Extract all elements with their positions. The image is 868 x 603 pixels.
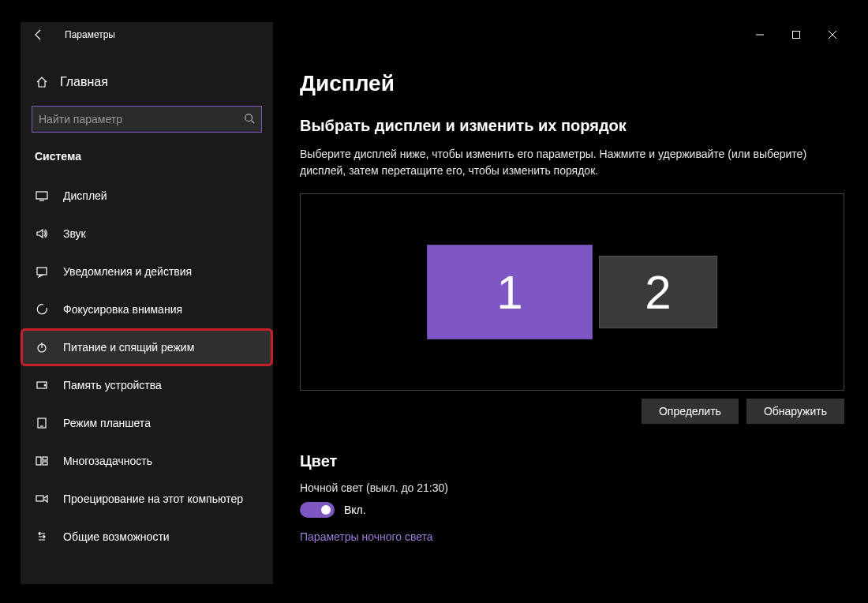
sidebar-item-label: Проецирование на этот компьютер <box>63 493 243 505</box>
sidebar-item-project[interactable]: Проецирование на этот компьютер <box>21 480 273 518</box>
nav-list: Дисплей Звук Уведомления и действия Фоку… <box>21 177 273 584</box>
svg-rect-17 <box>43 462 47 465</box>
sidebar-item-display[interactable]: Дисплей <box>21 177 273 215</box>
project-icon <box>35 493 49 505</box>
sidebar-item-tablet[interactable]: Режим планшета <box>21 404 273 442</box>
svg-rect-16 <box>43 457 47 460</box>
sidebar: Главная Система Дисплей Звук Уведомления… <box>21 22 273 584</box>
search-box[interactable] <box>32 106 262 133</box>
window-controls <box>742 22 851 47</box>
sidebar-item-label: Режим планшета <box>63 417 151 429</box>
sidebar-item-focus[interactable]: Фокусировка внимания <box>21 290 273 328</box>
sidebar-item-power[interactable]: Питание и спящий режим <box>21 328 273 366</box>
detect-button[interactable]: Обнаружить <box>746 399 844 424</box>
toggle-knob <box>321 505 331 515</box>
identify-button[interactable]: Определить <box>642 399 739 424</box>
sidebar-item-multitask[interactable]: Многозадачность <box>21 442 273 480</box>
titlebar: Параметры <box>21 22 851 47</box>
display-icon <box>35 189 49 202</box>
section-arrange-title: Выбрать дисплеи и изменить их порядок <box>300 117 824 135</box>
maximize-button[interactable] <box>778 22 814 47</box>
sidebar-item-shared[interactable]: Общие возможности <box>21 518 273 556</box>
search-icon <box>244 113 255 126</box>
home-icon <box>35 76 49 88</box>
multitask-icon <box>35 455 49 467</box>
focus-icon <box>35 303 49 316</box>
sidebar-item-storage[interactable]: Память устройства <box>21 366 273 404</box>
minimize-button[interactable] <box>742 22 778 47</box>
home-label: Главная <box>60 75 108 89</box>
sidebar-item-sound[interactable]: Звук <box>21 215 273 253</box>
svg-line-5 <box>252 120 255 123</box>
search-input[interactable] <box>39 113 244 125</box>
monitor-label: 1 <box>496 265 522 320</box>
storage-icon <box>35 379 49 391</box>
content-area: Дисплей Выбрать дисплеи и изменить их по… <box>273 22 851 584</box>
sidebar-item-label: Фокусировка внимания <box>63 303 182 316</box>
section-arrange-desc: Выберите дисплей ниже, чтобы изменить ег… <box>300 146 824 179</box>
home-nav[interactable]: Главная <box>21 66 273 98</box>
settings-window: Параметры Главная Система <box>21 22 851 584</box>
sidebar-item-label: Многозадачность <box>63 455 152 467</box>
svg-rect-1 <box>793 32 800 39</box>
svg-point-4 <box>245 114 253 121</box>
night-light-toggle-row: Вкл. <box>300 502 824 518</box>
monitor-2[interactable]: 2 <box>599 256 717 328</box>
category-label: Система <box>21 142 273 177</box>
night-light-toggle[interactable] <box>300 502 335 518</box>
svg-point-12 <box>44 384 46 386</box>
svg-rect-18 <box>36 496 43 501</box>
section-color-title: Цвет <box>300 452 824 470</box>
sidebar-item-label: Дисплей <box>63 189 107 202</box>
night-light-label: Ночной свет (выкл. до 21:30) <box>300 481 824 494</box>
monitor-1[interactable]: 1 <box>427 245 593 339</box>
notifications-icon <box>35 265 49 278</box>
svg-rect-15 <box>36 457 41 465</box>
monitor-label: 2 <box>645 265 671 320</box>
night-light-settings-link[interactable]: Параметры ночного света <box>300 530 824 543</box>
svg-rect-8 <box>37 268 47 275</box>
sidebar-item-label: Уведомления и действия <box>63 265 192 278</box>
close-button[interactable] <box>814 22 851 47</box>
sidebar-item-label: Память устройства <box>63 379 162 391</box>
sidebar-item-label: Звук <box>63 227 86 240</box>
display-arrangement[interactable]: 1 2 <box>300 193 844 391</box>
sound-icon <box>35 227 49 240</box>
toggle-state-label: Вкл. <box>344 504 366 516</box>
sidebar-item-label: Питание и спящий режим <box>63 341 194 354</box>
shared-icon <box>35 530 49 543</box>
page-title: Дисплей <box>300 71 824 96</box>
tablet-icon <box>35 417 49 429</box>
svg-rect-6 <box>36 192 47 199</box>
display-buttons: Определить Обнаружить <box>300 399 844 424</box>
window-title: Параметры <box>57 29 115 40</box>
power-icon <box>35 341 49 354</box>
sidebar-item-notifications[interactable]: Уведомления и действия <box>21 253 273 290</box>
sidebar-item-label: Общие возможности <box>63 530 170 543</box>
back-button[interactable] <box>21 22 57 47</box>
